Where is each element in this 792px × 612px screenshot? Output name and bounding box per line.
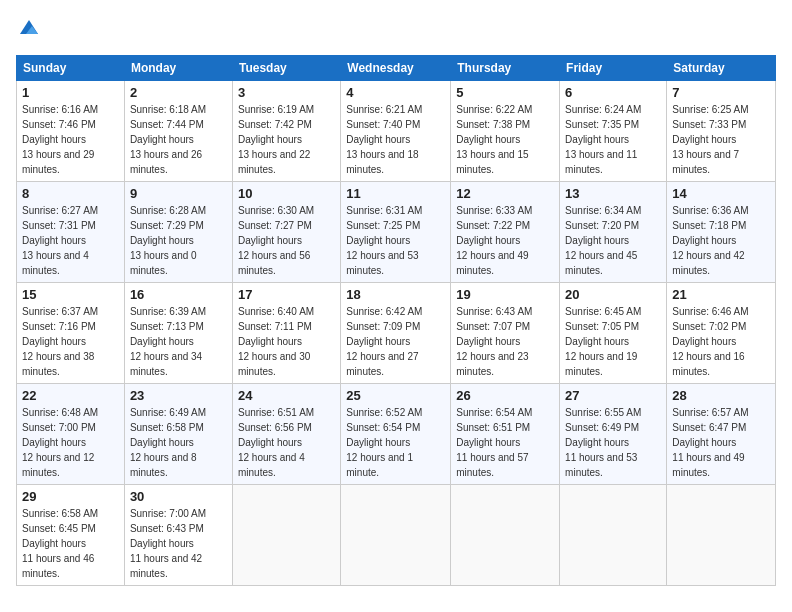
day-number: 20 bbox=[565, 287, 661, 302]
calendar-cell bbox=[451, 484, 560, 585]
daylight-value: 12 hours and 30 minutes. bbox=[238, 351, 310, 377]
sunset-value: 7:31 PM bbox=[59, 220, 96, 231]
daylight-value: 12 hours and 38 minutes. bbox=[22, 351, 94, 377]
sunset-value: 7:02 PM bbox=[709, 321, 746, 332]
daylight-value: 12 hours and 8 minutes. bbox=[130, 452, 197, 478]
sunrise-label: Sunrise: bbox=[130, 407, 169, 418]
day-number: 11 bbox=[346, 186, 445, 201]
calendar-cell: 19 Sunrise: 6:43 AM Sunset: 7:07 PM Dayl… bbox=[451, 282, 560, 383]
day-number: 26 bbox=[456, 388, 554, 403]
calendar-cell: 3 Sunrise: 6:19 AM Sunset: 7:42 PM Dayli… bbox=[232, 80, 340, 181]
day-info: Sunrise: 6:34 AM Sunset: 7:20 PM Dayligh… bbox=[565, 203, 661, 278]
sunset-value: 7:33 PM bbox=[709, 119, 746, 130]
day-info: Sunrise: 6:49 AM Sunset: 6:58 PM Dayligh… bbox=[130, 405, 227, 480]
sunrise-value: 6:39 AM bbox=[169, 306, 206, 317]
calendar-cell: 28 Sunrise: 6:57 AM Sunset: 6:47 PM Dayl… bbox=[667, 383, 776, 484]
sunset-value: 7:25 PM bbox=[383, 220, 420, 231]
daylight-label: Daylight hours bbox=[565, 235, 629, 246]
calendar-cell: 6 Sunrise: 6:24 AM Sunset: 7:35 PM Dayli… bbox=[560, 80, 667, 181]
calendar-header-row: SundayMondayTuesdayWednesdayThursdayFrid… bbox=[17, 55, 776, 80]
calendar-day-header: Thursday bbox=[451, 55, 560, 80]
sunset-label: Sunset: bbox=[565, 119, 602, 130]
daylight-label: Daylight hours bbox=[238, 437, 302, 448]
daylight-value: 13 hours and 26 minutes. bbox=[130, 149, 202, 175]
sunset-value: 7:11 PM bbox=[275, 321, 312, 332]
calendar-cell: 10 Sunrise: 6:30 AM Sunset: 7:27 PM Dayl… bbox=[232, 181, 340, 282]
sunrise-value: 6:43 AM bbox=[496, 306, 533, 317]
daylight-label: Daylight hours bbox=[672, 235, 736, 246]
calendar-cell: 21 Sunrise: 6:46 AM Sunset: 7:02 PM Dayl… bbox=[667, 282, 776, 383]
sunset-label: Sunset: bbox=[456, 220, 493, 231]
day-number: 12 bbox=[456, 186, 554, 201]
day-number: 16 bbox=[130, 287, 227, 302]
sunrise-label: Sunrise: bbox=[130, 306, 169, 317]
daylight-value: 12 hours and 23 minutes. bbox=[456, 351, 528, 377]
sunset-label: Sunset: bbox=[456, 119, 493, 130]
sunset-label: Sunset: bbox=[130, 523, 167, 534]
day-number: 7 bbox=[672, 85, 770, 100]
sunrise-label: Sunrise: bbox=[238, 104, 277, 115]
day-info: Sunrise: 6:57 AM Sunset: 6:47 PM Dayligh… bbox=[672, 405, 770, 480]
day-info: Sunrise: 6:16 AM Sunset: 7:46 PM Dayligh… bbox=[22, 102, 119, 177]
sunset-label: Sunset: bbox=[22, 119, 59, 130]
sunset-value: 7:16 PM bbox=[59, 321, 96, 332]
day-info: Sunrise: 6:52 AM Sunset: 6:54 PM Dayligh… bbox=[346, 405, 445, 480]
logo bbox=[16, 16, 40, 43]
sunset-label: Sunset: bbox=[565, 321, 602, 332]
day-info: Sunrise: 6:48 AM Sunset: 7:00 PM Dayligh… bbox=[22, 405, 119, 480]
daylight-value: 11 hours and 49 minutes. bbox=[672, 452, 744, 478]
daylight-value: 12 hours and 27 minutes. bbox=[346, 351, 418, 377]
day-number: 30 bbox=[130, 489, 227, 504]
sunset-label: Sunset: bbox=[346, 422, 383, 433]
day-number: 13 bbox=[565, 186, 661, 201]
daylight-value: 13 hours and 22 minutes. bbox=[238, 149, 310, 175]
day-number: 17 bbox=[238, 287, 335, 302]
sunrise-label: Sunrise: bbox=[672, 407, 711, 418]
daylight-label: Daylight hours bbox=[565, 134, 629, 145]
calendar-week-row: 29 Sunrise: 6:58 AM Sunset: 6:45 PM Dayl… bbox=[17, 484, 776, 585]
daylight-label: Daylight hours bbox=[238, 235, 302, 246]
day-info: Sunrise: 6:31 AM Sunset: 7:25 PM Dayligh… bbox=[346, 203, 445, 278]
sunrise-value: 6:36 AM bbox=[712, 205, 749, 216]
calendar-cell: 27 Sunrise: 6:55 AM Sunset: 6:49 PM Dayl… bbox=[560, 383, 667, 484]
daylight-value: 13 hours and 15 minutes. bbox=[456, 149, 528, 175]
day-info: Sunrise: 6:54 AM Sunset: 6:51 PM Dayligh… bbox=[456, 405, 554, 480]
sunset-label: Sunset: bbox=[565, 220, 602, 231]
sunset-value: 7:13 PM bbox=[167, 321, 204, 332]
sunset-label: Sunset: bbox=[238, 119, 275, 130]
day-number: 6 bbox=[565, 85, 661, 100]
daylight-value: 12 hours and 42 minutes. bbox=[672, 250, 744, 276]
day-info: Sunrise: 6:42 AM Sunset: 7:09 PM Dayligh… bbox=[346, 304, 445, 379]
day-info: Sunrise: 6:39 AM Sunset: 7:13 PM Dayligh… bbox=[130, 304, 227, 379]
day-info: Sunrise: 6:21 AM Sunset: 7:40 PM Dayligh… bbox=[346, 102, 445, 177]
daylight-value: 13 hours and 4 minutes. bbox=[22, 250, 89, 276]
calendar-cell: 1 Sunrise: 6:16 AM Sunset: 7:46 PM Dayli… bbox=[17, 80, 125, 181]
daylight-label: Daylight hours bbox=[130, 134, 194, 145]
sunrise-label: Sunrise: bbox=[456, 306, 495, 317]
sunset-value: 6:43 PM bbox=[167, 523, 204, 534]
day-number: 2 bbox=[130, 85, 227, 100]
daylight-value: 11 hours and 57 minutes. bbox=[456, 452, 528, 478]
daylight-value: 13 hours and 18 minutes. bbox=[346, 149, 418, 175]
sunset-value: 6:49 PM bbox=[602, 422, 639, 433]
calendar-cell: 30 Sunrise: 7:00 AM Sunset: 6:43 PM Dayl… bbox=[124, 484, 232, 585]
daylight-label: Daylight hours bbox=[346, 437, 410, 448]
sunrise-label: Sunrise: bbox=[130, 508, 169, 519]
daylight-label: Daylight hours bbox=[456, 437, 520, 448]
daylight-label: Daylight hours bbox=[456, 336, 520, 347]
day-number: 8 bbox=[22, 186, 119, 201]
sunset-label: Sunset: bbox=[130, 119, 167, 130]
calendar-cell: 23 Sunrise: 6:49 AM Sunset: 6:58 PM Dayl… bbox=[124, 383, 232, 484]
day-info: Sunrise: 6:46 AM Sunset: 7:02 PM Dayligh… bbox=[672, 304, 770, 379]
calendar-cell: 7 Sunrise: 6:25 AM Sunset: 7:33 PM Dayli… bbox=[667, 80, 776, 181]
header bbox=[16, 16, 776, 43]
sunrise-label: Sunrise: bbox=[22, 104, 61, 115]
calendar-day-header: Saturday bbox=[667, 55, 776, 80]
daylight-value: 12 hours and 49 minutes. bbox=[456, 250, 528, 276]
daylight-label: Daylight hours bbox=[22, 437, 86, 448]
calendar-week-row: 22 Sunrise: 6:48 AM Sunset: 7:00 PM Dayl… bbox=[17, 383, 776, 484]
sunset-value: 7:42 PM bbox=[275, 119, 312, 130]
sunset-value: 6:51 PM bbox=[493, 422, 530, 433]
sunrise-value: 6:37 AM bbox=[61, 306, 98, 317]
sunset-value: 6:58 PM bbox=[167, 422, 204, 433]
